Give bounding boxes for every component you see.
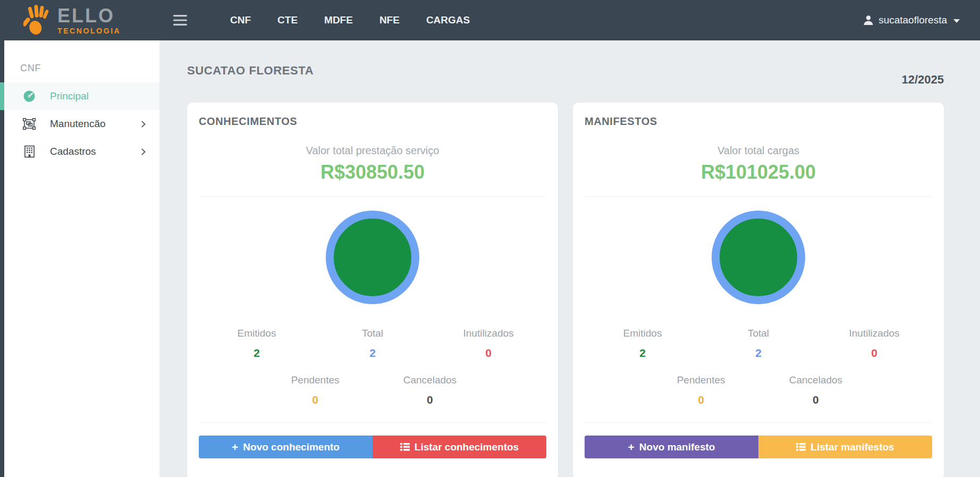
stat-value: 0 bbox=[258, 394, 373, 406]
button-label: Novo conhecimento bbox=[243, 441, 340, 453]
stat-total: Total 2 bbox=[700, 328, 816, 359]
stat-label: Cancelados bbox=[758, 374, 873, 386]
listar-manifestos-button[interactable]: Listar manifestos bbox=[758, 436, 932, 458]
stat-label: Pendentes bbox=[644, 374, 758, 386]
sidebar-item-label: Manutencão bbox=[50, 118, 106, 130]
card-actions: + Novo conhecimento Listar conhecimentos bbox=[199, 436, 546, 458]
nav-link-cte[interactable]: CTE bbox=[264, 0, 311, 40]
chevron-right-icon bbox=[139, 148, 146, 155]
page-title: SUCATAO FLORESTA bbox=[187, 64, 314, 78]
plus-icon: + bbox=[628, 441, 635, 453]
pie-chart-wrap bbox=[199, 211, 546, 304]
stat-inutilizados: Inutilizados 0 bbox=[430, 328, 546, 359]
caret-down-icon bbox=[953, 19, 960, 23]
conhecimentos-card: CONHECIMENTOS Valor total prestação serv… bbox=[187, 103, 558, 477]
top-nav-links: CNF CTE MDFE NFE CARGAS bbox=[217, 0, 483, 40]
stat-label: Pendentes bbox=[258, 374, 373, 386]
stat-value: 2 bbox=[700, 347, 816, 359]
user-menu[interactable]: sucataofloresta bbox=[863, 14, 960, 26]
plus-icon: + bbox=[232, 441, 238, 453]
value-label: Valor total cargas bbox=[585, 145, 932, 157]
stats-row: Emitidos 2 Total 2 Inutilizados 0 bbox=[199, 328, 546, 359]
total-value: R$30850.50 bbox=[199, 161, 546, 183]
sidebar-item-label: Principal bbox=[50, 90, 89, 102]
stat-label: Emitidos bbox=[199, 328, 315, 339]
chevron-right-icon bbox=[139, 121, 146, 128]
stat-emitidos: Emitidos 2 bbox=[199, 328, 315, 359]
sidebar-item-label: Cadastros bbox=[50, 146, 96, 157]
stat-value: 0 bbox=[816, 347, 932, 359]
pie-chart-wrap bbox=[585, 211, 932, 304]
period-label: 12/2025 bbox=[901, 73, 944, 87]
username-label: sucataofloresta bbox=[878, 14, 947, 26]
total-value: R$101025.00 bbox=[585, 161, 932, 183]
stat-value: 0 bbox=[373, 394, 487, 406]
stat-value: 2 bbox=[585, 347, 700, 359]
nav-link-cargas[interactable]: CARGAS bbox=[413, 0, 483, 40]
brand-subtitle: TECNOLOGIA bbox=[57, 27, 121, 35]
stat-cancelados: Cancelados 0 bbox=[758, 374, 873, 406]
manifestos-card: MANIFESTOS Valor total cargas R$101025.0… bbox=[573, 103, 944, 477]
stat-inutilizados: Inutilizados 0 bbox=[816, 328, 932, 359]
stat-pendentes: Pendentes 0 bbox=[258, 374, 373, 406]
value-label: Valor total prestação serviço bbox=[199, 145, 546, 157]
active-indicator bbox=[0, 82, 4, 110]
stat-total: Total 2 bbox=[315, 328, 430, 359]
dashboard-icon bbox=[22, 90, 36, 103]
manifestos-pie-chart bbox=[712, 211, 805, 304]
sidebar-item-manutencao[interactable]: Manutencão bbox=[4, 110, 159, 138]
ello-hand-logo-icon bbox=[23, 5, 53, 36]
button-label: Listar conhecimentos bbox=[415, 441, 519, 453]
stats-row: Emitidos 2 Total 2 Inutilizados 0 bbox=[585, 328, 932, 359]
card-actions: + Novo manifesto Listar manifestos bbox=[585, 436, 932, 458]
button-label: Novo manifesto bbox=[639, 441, 715, 453]
novo-conhecimento-button[interactable]: + Novo conhecimento bbox=[199, 436, 373, 458]
brand-logo[interactable]: ELLO TECNOLOGIA bbox=[0, 0, 159, 40]
stat-value: 0 bbox=[430, 347, 546, 359]
stat-label: Inutilizados bbox=[430, 328, 546, 339]
nav-link-nfe[interactable]: NFE bbox=[366, 0, 413, 40]
stat-value: 0 bbox=[644, 394, 758, 406]
divider bbox=[199, 196, 546, 197]
list-icon bbox=[400, 443, 410, 451]
top-navbar: ELLO TECNOLOGIA CNF CTE MDFE NFE CARGAS … bbox=[0, 0, 980, 40]
main-content: SUCATAO FLORESTA 12/2025 CONHECIMENTOS V… bbox=[159, 0, 980, 477]
building-icon bbox=[22, 145, 36, 158]
brand-text: ELLO TECNOLOGIA bbox=[57, 6, 121, 35]
listar-conhecimentos-button[interactable]: Listar conhecimentos bbox=[373, 436, 546, 458]
sidebar-toggle-button[interactable] bbox=[168, 10, 192, 31]
stats-row: Pendentes 0 Cancelados 0 bbox=[199, 374, 546, 406]
divider bbox=[585, 196, 932, 197]
stat-cancelados: Cancelados 0 bbox=[373, 374, 487, 406]
button-label: Listar manifestos bbox=[810, 441, 894, 453]
novo-manifesto-button[interactable]: + Novo manifesto bbox=[585, 436, 758, 458]
sidebar-section-label: CNF bbox=[20, 63, 159, 74]
dashboard-cards: CONHECIMENTOS Valor total prestação serv… bbox=[187, 103, 944, 477]
sidebar-item-cadastros[interactable]: Cadastros bbox=[4, 138, 159, 165]
object-group-icon bbox=[22, 118, 36, 130]
sidebar-menu: Principal Manutencão bbox=[4, 82, 159, 165]
hamburger-icon bbox=[173, 15, 187, 26]
sidebar-item-principal[interactable]: Principal bbox=[4, 82, 159, 110]
stat-label: Inutilizados bbox=[816, 328, 932, 339]
stat-label: Total bbox=[315, 328, 430, 339]
stat-pendentes: Pendentes 0 bbox=[644, 374, 758, 406]
list-icon bbox=[796, 443, 806, 451]
stats-row: Pendentes 0 Cancelados 0 bbox=[585, 374, 932, 406]
stat-value: 2 bbox=[315, 347, 430, 359]
sidebar: CNF Principal bbox=[0, 40, 159, 477]
card-title: MANIFESTOS bbox=[585, 115, 932, 128]
conhecimentos-pie-chart bbox=[326, 211, 419, 304]
nav-link-cnf[interactable]: CNF bbox=[217, 0, 264, 40]
nav-link-mdfe[interactable]: MDFE bbox=[311, 0, 366, 40]
stat-emitidos: Emitidos 2 bbox=[585, 328, 700, 359]
stat-value: 2 bbox=[199, 347, 315, 359]
content-header: SUCATAO FLORESTA 12/2025 bbox=[187, 40, 944, 87]
stat-label: Cancelados bbox=[373, 374, 487, 386]
stat-label: Emitidos bbox=[585, 328, 700, 339]
card-title: CONHECIMENTOS bbox=[199, 115, 546, 128]
brand-name: ELLO bbox=[57, 6, 121, 26]
user-icon bbox=[863, 15, 874, 26]
divider bbox=[199, 422, 546, 423]
stat-label: Total bbox=[700, 328, 816, 339]
